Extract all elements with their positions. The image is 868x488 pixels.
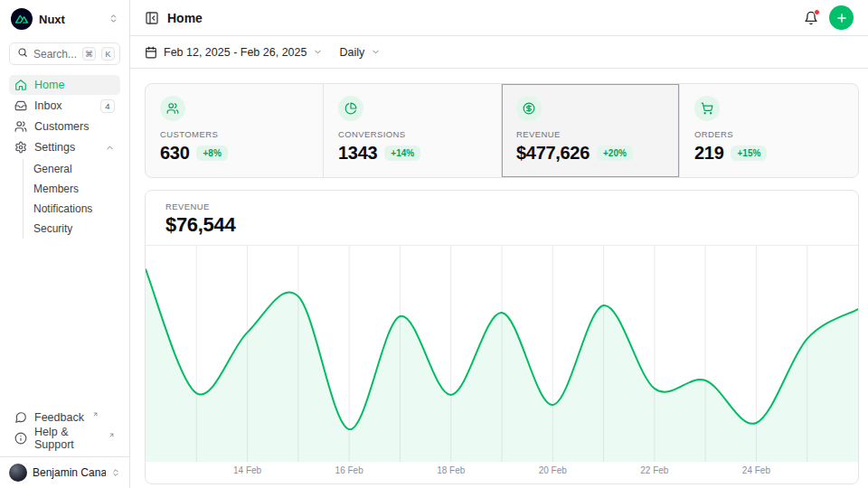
sidebar-item-label: Home — [34, 79, 115, 91]
search-placeholder: Search... — [33, 48, 77, 61]
sidebar-item-general[interactable]: General — [33, 159, 120, 179]
sidebar-item-feedback[interactable]: Feedback — [9, 408, 120, 427]
workspace-switcher[interactable]: Nuxt — [0, 0, 129, 37]
user-menu[interactable]: Benjamin Canac — [0, 456, 129, 488]
x-tick-label: 20 Feb — [539, 465, 567, 475]
kbd-k: K — [101, 47, 115, 61]
settings-sub-list: General Members Notifications Security — [23, 159, 120, 239]
stat-card-customers[interactable]: CUSTOMERS 630 +8% — [146, 84, 324, 177]
sidebar-footer: Feedback Help & Support — [0, 408, 129, 456]
stat-value: 1343 — [338, 143, 377, 164]
dashboard-app: Nuxt Search... ⌘ K Home — [0, 0, 868, 488]
collapse-sidebar-button[interactable] — [145, 11, 159, 25]
user-name: Benjamin Canac — [33, 466, 106, 479]
stat-label: CUSTOMERS — [160, 129, 308, 139]
page-title: Home — [167, 11, 203, 25]
stat-card-revenue[interactable]: REVENUE $477,626 +20% — [502, 84, 680, 177]
main-area: Home Feb 12, 2025 - Feb 26, 2025 — [130, 0, 868, 488]
period-select[interactable]: Daily — [339, 46, 381, 59]
stat-label: CONVERSIONS — [338, 129, 486, 139]
dashboard-content: CUSTOMERS 630 +8% CONVERSIONS 1343 +14% — [130, 69, 868, 488]
stat-card-conversions[interactable]: CONVERSIONS 1343 +14% — [324, 84, 502, 177]
sidebar-item-label: Customers — [34, 120, 115, 133]
stat-value: 219 — [694, 143, 723, 164]
sidebar-item-members[interactable]: Members — [33, 179, 120, 199]
sidebar-item-settings[interactable]: Settings — [9, 137, 120, 157]
revenue-area-chart[interactable] — [146, 246, 858, 463]
chevron-up-icon — [105, 143, 115, 153]
chart-body: 14 Feb16 Feb18 Feb20 Feb22 Feb24 Feb — [146, 246, 858, 483]
avatar — [9, 464, 27, 482]
sidebar-item-label: Help & Support — [34, 426, 100, 451]
sidebar-item-help-support[interactable]: Help & Support — [9, 428, 120, 448]
chart-title: REVENUE — [165, 202, 838, 211]
house-icon — [14, 79, 27, 91]
period-value: Daily — [339, 46, 364, 59]
sidebar: Nuxt Search... ⌘ K Home — [0, 0, 130, 488]
inbox-icon — [14, 99, 27, 112]
nuxt-logo-icon — [11, 8, 33, 30]
chevron-down-icon — [371, 47, 381, 57]
dollar-circle-icon — [516, 96, 542, 121]
revenue-chart-card: REVENUE $76,544 14 Feb16 Feb18 Feb20 Feb… — [145, 190, 859, 484]
delta-badge: +15% — [731, 145, 767, 161]
calendar-icon — [145, 46, 157, 59]
sidebar-item-label: Inbox — [34, 99, 93, 112]
header-actions — [804, 5, 854, 30]
external-link-icon — [92, 408, 99, 420]
stat-label: ORDERS — [694, 129, 844, 139]
sidebar-item-notifications[interactable]: Notifications — [33, 199, 120, 219]
add-button[interactable] — [829, 5, 854, 30]
users-icon — [14, 120, 27, 133]
external-link-icon — [108, 428, 115, 441]
info-circle-icon — [14, 432, 27, 445]
cart-icon — [694, 96, 720, 121]
date-range-value: Feb 12, 2025 - Feb 26, 2025 — [164, 46, 307, 59]
sidebar-item-label: Feedback — [34, 411, 84, 424]
chevrons-up-down-icon — [108, 13, 118, 26]
inbox-count-badge: 4 — [100, 99, 115, 113]
delta-badge: +20% — [597, 145, 633, 161]
sidebar-item-label: Settings — [34, 141, 98, 154]
chevrons-up-down-icon — [111, 466, 120, 480]
sidebar-item-customers[interactable]: Customers — [9, 117, 120, 136]
x-tick-label: 24 Feb — [742, 465, 770, 475]
filters-toolbar: Feb 12, 2025 - Feb 26, 2025 Daily — [130, 36, 868, 69]
chart-header: REVENUE $76,544 — [146, 191, 858, 246]
date-range-picker[interactable]: Feb 12, 2025 - Feb 26, 2025 — [145, 46, 323, 59]
sidebar-item-inbox[interactable]: Inbox 4 — [9, 96, 120, 116]
chart-x-axis: 14 Feb16 Feb18 Feb20 Feb22 Feb24 Feb — [146, 463, 858, 481]
kbd-cmd: ⌘ — [82, 47, 96, 61]
x-tick-label: 22 Feb — [640, 465, 668, 475]
x-tick-label: 16 Feb — [335, 465, 363, 475]
x-tick-label: 14 Feb — [233, 465, 261, 475]
gear-icon — [14, 141, 27, 154]
pie-chart-icon — [338, 96, 363, 121]
chart-current-value: $76,544 — [165, 213, 838, 237]
stat-value: $477,626 — [516, 143, 590, 164]
stat-value: 630 — [160, 143, 189, 164]
delta-badge: +8% — [196, 145, 227, 161]
notifications-button[interactable] — [804, 11, 818, 25]
x-tick-label: 18 Feb — [437, 465, 465, 475]
workspace-name: Nuxt — [39, 13, 102, 26]
sidebar-item-security[interactable]: Security — [33, 219, 120, 239]
sidebar-body: Search... ⌘ K Home Inbox 4 — [0, 37, 129, 408]
sidebar-item-home[interactable]: Home — [9, 75, 120, 95]
page-header: Home — [130, 0, 868, 36]
search-input[interactable]: Search... ⌘ K — [9, 42, 120, 65]
stat-label: REVENUE — [516, 129, 665, 139]
notification-dot — [814, 9, 820, 15]
users-icon — [160, 96, 185, 121]
message-circle-icon — [14, 411, 27, 424]
delta-badge: +14% — [384, 145, 420, 161]
plus-icon — [835, 12, 848, 24]
search-icon — [17, 47, 28, 61]
stats-row: CUSTOMERS 630 +8% CONVERSIONS 1343 +14% — [145, 83, 859, 178]
stat-card-orders[interactable]: ORDERS 219 +15% — [680, 84, 858, 177]
chevron-down-icon — [313, 47, 323, 57]
